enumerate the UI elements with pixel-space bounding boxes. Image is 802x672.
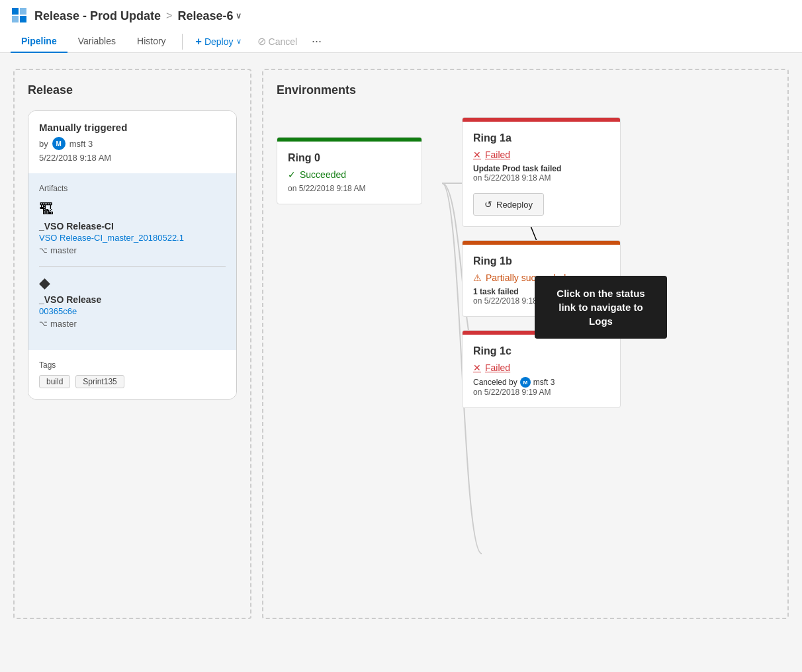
tooltip-bubble: Click on the status link to navigate to … — [535, 276, 667, 339]
tab-pipeline[interactable]: Pipeline — [11, 30, 67, 53]
artifact-branch: ⌥ master — [39, 245, 226, 255]
cancel-icon: ⊘ — [257, 35, 266, 48]
triggered-by-row: by M msft 3 — [39, 137, 226, 150]
trigger-date: 5/22/2018 9:18 AM — [39, 153, 226, 163]
by-label: by — [39, 139, 48, 149]
artifact-divider — [39, 266, 226, 267]
tab-variables[interactable]: Variables — [67, 30, 126, 53]
release-name: Release-6 — [177, 9, 233, 23]
breadcrumb-separator: > — [166, 10, 172, 22]
trigger-label: Manually triggered — [39, 122, 226, 133]
ring0-date: on 5/22/2018 9:18 AM — [288, 184, 411, 193]
canceled-user: msft 3 — [533, 378, 555, 387]
artifact-version[interactable]: VSO Release-CI_master_20180522.1 — [39, 233, 226, 243]
canceled-prefix: Canceled by — [473, 378, 517, 387]
branch-icon: ⌥ — [39, 319, 48, 328]
svg-rect-0 — [12, 8, 19, 15]
pipeline-name: Release - Prod Update — [34, 9, 161, 23]
avatar: M — [52, 137, 66, 150]
tags-row: build Sprint135 — [39, 375, 226, 388]
svg-rect-1 — [20, 8, 26, 15]
ring0-container: Ring 0 ✓ Succeeded on 5/22/2018 9:18 AM — [277, 137, 422, 204]
release-selector[interactable]: Release-6 ∨ — [177, 9, 242, 23]
ring0-card: Ring 0 ✓ Succeeded on 5/22/2018 9:18 AM — [277, 137, 422, 204]
breadcrumb: Release - Prod Update > Release-6 ∨ — [11, 7, 791, 25]
ring0-name: Ring 0 — [288, 152, 411, 164]
tab-history[interactable]: History — [126, 30, 177, 53]
ring1a-card: Ring 1a ✕ Failed Update Prod task failed… — [462, 117, 621, 227]
branch-icon: ⌥ — [39, 246, 48, 255]
ring1c-date: on 5/22/2018 9:19 AM — [473, 388, 609, 397]
ring1b-name: Ring 1b — [473, 255, 609, 267]
tags-label: Tags — [39, 360, 226, 370]
artifact-item: 🏗 _VSO Release-CI VSO Release-CI_master_… — [39, 201, 226, 255]
ring0-body: Ring 0 ✓ Succeeded on 5/22/2018 9:18 AM — [277, 142, 422, 204]
artifact-vso-icon: ◆ — [39, 274, 226, 292]
x-icon: ✕ — [473, 362, 481, 373]
main-content: Release Manually triggered by M msft 3 5… — [0, 53, 802, 635]
redeploy-label: Redeploy — [496, 200, 533, 210]
chevron-down-icon: ∨ — [236, 11, 242, 21]
ring1c-body: Ring 1c ✕ Failed Canceled by M msft 3 on… — [463, 335, 620, 407]
ring1a-status-label: Failed — [485, 149, 510, 160]
tags-section: Tags build Sprint135 — [28, 350, 236, 399]
deploy-label: Deploy — [204, 36, 234, 47]
ring1c-card: Ring 1c ✕ Failed Canceled by M msft 3 on… — [462, 330, 621, 408]
ring0-status-label: Succeeded — [300, 169, 346, 180]
branch-name: master — [50, 245, 77, 255]
ring1a-name: Ring 1a — [473, 132, 609, 144]
top-header: Release - Prod Update > Release-6 ∨ Pipe… — [0, 0, 802, 53]
artifact-version[interactable]: 00365c6e — [39, 306, 226, 316]
username: msft 3 — [69, 139, 93, 149]
cancel-label: Cancel — [269, 36, 298, 47]
ring1c-name: Ring 1c — [473, 345, 609, 357]
redeploy-icon: ↺ — [484, 199, 492, 210]
tag: build — [39, 375, 70, 388]
release-icon — [11, 7, 29, 25]
ring1a-body: Ring 1a ✕ Failed Update Prod task failed… — [463, 122, 620, 193]
more-options-button[interactable]: ··· — [305, 30, 328, 52]
artifact-name: _VSO Release — [39, 294, 226, 305]
artifacts-section: Artifacts 🏗 _VSO Release-CI VSO Release-… — [28, 173, 236, 350]
avatar: M — [520, 377, 531, 388]
svg-rect-3 — [20, 16, 26, 22]
artifact-build-icon: 🏗 — [39, 201, 226, 218]
ring1a-status[interactable]: ✕ Failed — [473, 149, 609, 160]
branch-name: master — [50, 319, 77, 329]
artifact-item: ◆ _VSO Release 00365c6e ⌥ master — [39, 274, 226, 329]
release-panel-title: Release — [28, 83, 237, 97]
ring1-column: Ring 1a ✕ Failed Update Prod task failed… — [462, 117, 621, 408]
environments-title: Environments — [277, 83, 774, 97]
deploy-button[interactable]: + Deploy ∨ — [188, 32, 249, 52]
right-panel: Environments Ring 0 — [262, 69, 789, 619]
ring1a-detail: Update Prod task failed — [473, 164, 609, 173]
release-card: Manually triggered by M msft 3 5/22/2018… — [28, 110, 237, 399]
warning-icon: ⚠ — [473, 273, 482, 283]
nav-divider — [182, 34, 183, 50]
tooltip-text: Click on the status link to navigate to … — [557, 288, 645, 327]
x-icon: ✕ — [473, 149, 481, 160]
pipeline-canvas: Ring 0 ✓ Succeeded on 5/22/2018 9:18 AM — [277, 117, 774, 580]
artifact-branch: ⌥ master — [39, 319, 226, 329]
ring1c-status-label: Failed — [485, 362, 510, 373]
left-panel: Release Manually triggered by M msft 3 5… — [13, 69, 251, 619]
ring1c-status[interactable]: ✕ Failed — [473, 362, 609, 373]
artifacts-label: Artifacts — [39, 184, 226, 193]
svg-rect-2 — [12, 16, 19, 22]
checkmark-icon: ✓ — [288, 169, 296, 180]
tag: Sprint135 — [75, 375, 124, 388]
nav-tabs: Pipeline Variables History + Deploy ∨ ⊘ … — [11, 30, 791, 52]
ring0-status: ✓ Succeeded — [288, 169, 411, 180]
ring1a-date: on 5/22/2018 9:18 AM — [473, 173, 609, 183]
deploy-chevron-icon: ∨ — [236, 37, 242, 46]
ring1c-canceled-row: Canceled by M msft 3 — [473, 377, 609, 388]
redeploy-button[interactable]: ↺ Redeploy — [473, 193, 544, 216]
artifact-name: _VSO Release-CI — [39, 221, 226, 231]
plus-icon: + — [196, 36, 202, 48]
release-card-header: Manually triggered by M msft 3 5/22/2018… — [28, 111, 236, 173]
cancel-button[interactable]: ⊘ Cancel — [249, 31, 306, 52]
